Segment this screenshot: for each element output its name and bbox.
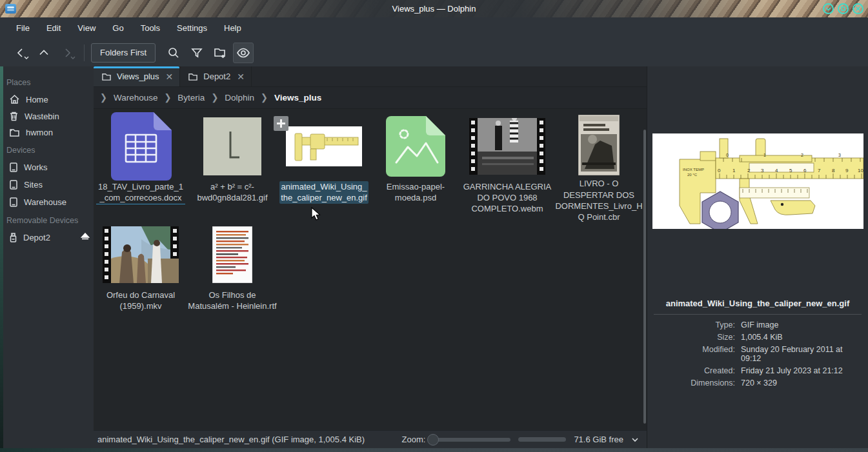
menu-tools[interactable]: Tools <box>132 19 168 37</box>
breadcrumb-warehouse[interactable]: Warehouse <box>114 93 158 103</box>
info-value: 720 × 329 <box>741 378 864 388</box>
docx-file-icon <box>95 114 187 179</box>
tab-close-icon[interactable]: ✕ <box>237 72 245 82</box>
eject-button[interactable] <box>81 233 90 242</box>
devices-section-header: Devices <box>0 141 94 159</box>
sidebar-item-depot2[interactable]: Depot2 <box>0 229 94 246</box>
forward-button[interactable] <box>57 43 77 63</box>
dolphin-window: Views_plus — Dolphin File Edit View Go T… <box>0 0 868 452</box>
file-view[interactable]: 18_TAV_Livro_parte_1_com_correcoes.docx … <box>94 109 647 430</box>
preview-eye-icon <box>236 48 250 58</box>
svg-text:1: 1 <box>732 168 736 173</box>
svg-text:INOX TEMP: INOX TEMP <box>683 168 704 172</box>
info-rows: Type: GIF image Size: 1,005.4 KiB Modifi… <box>651 320 864 388</box>
selection-toggle-badge[interactable] <box>274 116 288 131</box>
breadcrumb-dolphin[interactable]: Dolphin <box>225 93 254 103</box>
up-icon <box>38 47 50 59</box>
sidebar-item-hwmon[interactable]: hwmon <box>0 124 94 141</box>
zoom-slider-handle[interactable] <box>427 434 439 446</box>
info-label: Dimensions: <box>651 378 735 388</box>
trash-icon <box>9 111 19 121</box>
information-panel: 012345678910 0123 INOX TEMP 20 °C animat… <box>647 66 868 448</box>
folder-icon <box>101 72 112 81</box>
menu-edit[interactable]: Edit <box>38 19 69 37</box>
sidebar-item-home[interactable]: Home <box>0 91 94 108</box>
folder-icon <box>188 72 198 81</box>
window-title: Views_plus — Dolphin <box>0 4 868 14</box>
file-name: Orfeu do Carnaval (1959).mkv <box>96 290 185 311</box>
video-thumbnail <box>95 222 187 287</box>
toolbar: Folders First <box>0 39 868 66</box>
psd-file-icon <box>370 114 461 179</box>
drive-icon <box>9 162 18 173</box>
sidebar-item-wastebin[interactable]: Wastebin <box>0 108 94 124</box>
zoom-slider[interactable] <box>433 438 510 442</box>
preview-toggle-button[interactable] <box>233 43 254 63</box>
breadcrumb-current[interactable]: Views_plus <box>274 93 321 103</box>
file-item[interactable]: Emissao-papel-moeda.psd <box>370 114 461 222</box>
breadcrumb-byteria[interactable]: Byteria <box>177 93 205 103</box>
removable-devices-section-header: Removable Devices <box>0 211 94 229</box>
new-folder-button[interactable] <box>210 43 230 63</box>
info-value: GIF image <box>741 320 864 329</box>
file-name: a² + b² = c²-bwd0gn8dal281.gif <box>188 181 277 203</box>
tab-depot2[interactable]: Depot2 ✕ <box>180 66 252 86</box>
svg-text:7: 7 <box>818 168 821 173</box>
sidebar-item-label: Sites <box>24 180 43 190</box>
comic-book-thumbnail <box>553 114 645 175</box>
places-section-header: Places <box>0 73 94 91</box>
sidebar-item-works[interactable]: Works <box>0 159 94 176</box>
free-space-dropdown[interactable] <box>631 435 639 444</box>
sidebar-item-label: hwmon <box>26 128 53 137</box>
tab-close-icon[interactable]: ✕ <box>166 72 174 82</box>
menubar: File Edit View Go Tools Settings Help <box>0 17 868 39</box>
drive-icon <box>9 197 18 208</box>
tab-label: Depot2 <box>203 72 230 81</box>
sidebar-item-label: Home <box>26 95 48 104</box>
breadcrumb-separator-icon: ❯ <box>261 92 268 103</box>
new-folder-icon <box>213 46 227 59</box>
status-bar: animated_Wiki_Using_the_caliper_new_en.g… <box>94 430 647 448</box>
up-button[interactable] <box>34 43 54 63</box>
back-button[interactable] <box>10 43 31 63</box>
file-item[interactable]: GARRINCHA ALEGRIA DO POVO 1968 COMPLETO.… <box>461 114 553 222</box>
file-item[interactable]: 18_TAV_Livro_parte_1_com_correcoes.docx <box>95 114 187 222</box>
menu-file[interactable]: File <box>8 19 38 37</box>
status-selection-text: animated_Wiki_Using_the_caliper_new_en.g… <box>97 435 365 444</box>
sidebar-item-label: Depot2 <box>23 233 50 242</box>
close-button[interactable] <box>853 3 863 14</box>
svg-text:9: 9 <box>845 168 849 173</box>
file-item[interactable]: LIVRO - O DESPERTAR DOS DORMENTES_Livro_… <box>553 114 645 222</box>
menu-go[interactable]: Go <box>104 19 132 37</box>
usb-icon <box>9 232 17 243</box>
eject-icon <box>81 233 90 241</box>
minimize-icon <box>825 5 832 12</box>
filter-icon <box>190 46 203 59</box>
free-space-text: 71.6 GiB free <box>574 435 623 444</box>
folders-first-button[interactable]: Folders First <box>91 43 156 63</box>
tab-views-plus[interactable]: Views_plus ✕ <box>94 66 180 86</box>
tab-label: Views_plus <box>117 72 159 81</box>
menu-help[interactable]: Help <box>216 19 250 37</box>
search-button[interactable] <box>163 43 184 63</box>
menu-view[interactable]: View <box>69 19 104 37</box>
maximize-button[interactable] <box>838 3 849 14</box>
mouse-cursor <box>311 207 321 221</box>
titlebar[interactable]: Views_plus — Dolphin <box>0 0 868 17</box>
vertical-scrollbar[interactable] <box>643 130 646 424</box>
file-item[interactable]: Orfeu do Carnaval (1959).mkv <box>95 222 187 331</box>
menu-settings[interactable]: Settings <box>168 19 216 37</box>
minimize-button[interactable] <box>823 3 834 14</box>
filter-button[interactable] <box>187 43 207 63</box>
sidebar-item-sites[interactable]: Sites <box>0 176 94 193</box>
gif-thumbnail <box>187 114 278 179</box>
breadcrumb-separator-icon: ❯ <box>164 92 171 103</box>
file-item[interactable]: a² + b² = c²-bwd0gn8dal281.gif <box>187 114 278 222</box>
file-item-selected[interactable]: animated_Wiki_Using_the_caliper_new_en.g… <box>278 114 370 222</box>
file-item[interactable]: Os Filhos de Matusalém - Heinlein.rtf <box>187 222 278 331</box>
home-icon <box>9 94 20 104</box>
svg-text:20 °C: 20 °C <box>687 173 698 177</box>
forward-dropdown-icon <box>70 50 76 62</box>
window-left-edge <box>0 66 3 448</box>
sidebar-item-warehouse[interactable]: Warehouse <box>0 193 94 211</box>
